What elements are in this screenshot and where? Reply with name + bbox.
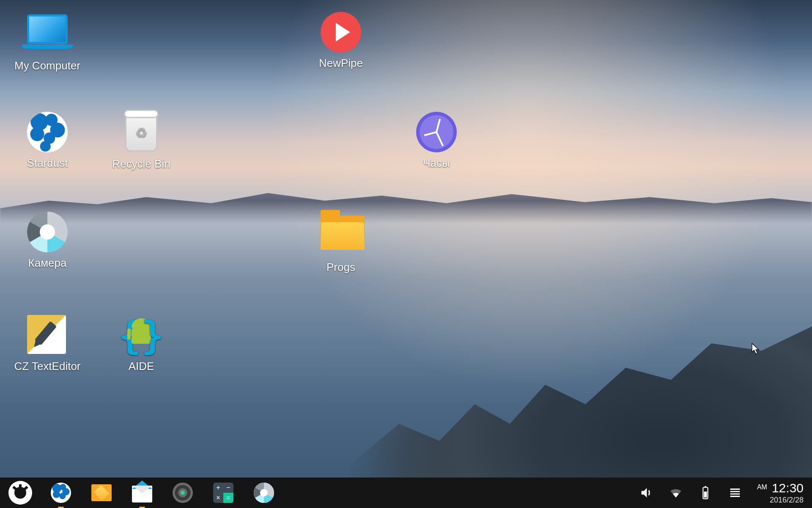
- clock-time: 12:30: [772, 480, 804, 496]
- volume-icon: [639, 486, 653, 500]
- desktop-icon-label: Часы: [394, 157, 479, 170]
- taskbar-pinned: +−×=: [8, 481, 276, 505]
- tray-wifi[interactable]: [668, 485, 683, 500]
- desktop-icon-cz-texteditor[interactable]: CZ TextEditor: [5, 315, 90, 373]
- taskbar-app-mail[interactable]: [130, 481, 154, 505]
- trash-icon: ♻: [121, 113, 162, 153]
- taskbar-app-settings[interactable]: [171, 481, 195, 505]
- tray-battery[interactable]: [698, 485, 713, 500]
- desktop-icon-aide[interactable]: {} AIDE: [99, 315, 184, 373]
- globe-icon: [51, 483, 71, 503]
- desktop-icon-clock[interactable]: Часы: [394, 112, 479, 170]
- clock-ampm: AM: [757, 483, 767, 491]
- text-editor-icon: [27, 315, 68, 356]
- desktop-icon-progs-folder[interactable]: Progs: [299, 212, 383, 274]
- desktop-icon-my-computer[interactable]: My Computer: [5, 12, 90, 72]
- desktop-icon-label: Recycle Bin: [99, 157, 184, 171]
- play-circle-icon: [321, 12, 361, 52]
- tray-volume[interactable]: [639, 485, 654, 500]
- svg-rect-1: [705, 486, 706, 487]
- desktop-icon-label: Progs: [299, 261, 383, 274]
- battery-icon: [701, 486, 710, 500]
- camera-aperture-icon: [254, 483, 274, 503]
- laptop-icon: [27, 14, 68, 55]
- desktop-icon-label: AIDE: [99, 360, 184, 373]
- mail-icon: [132, 486, 152, 502]
- calculator-icon: +−×=: [213, 483, 233, 503]
- globe-icon: [27, 112, 68, 152]
- taskbar-app-camera[interactable]: [252, 481, 276, 505]
- desktop-icon-camera[interactable]: Камера: [5, 212, 90, 270]
- system-tray: AM 12:30 2016/2/28: [639, 480, 804, 505]
- wifi-icon: [669, 486, 683, 500]
- files-icon: [91, 484, 112, 501]
- menu-lines-icon: [728, 486, 742, 500]
- start-button[interactable]: [8, 481, 32, 505]
- desktop-icon-label: Stardust: [5, 157, 90, 170]
- desktop-icon-label: NewPipe: [299, 57, 383, 70]
- desktop-icon-newpipe[interactable]: NewPipe: [299, 12, 383, 70]
- desktop-icon-recycle-bin[interactable]: ♻ Recycle Bin: [99, 112, 184, 171]
- svg-rect-2: [704, 491, 707, 497]
- taskbar-app-calculator[interactable]: +−×=: [211, 481, 235, 505]
- desktop[interactable]: My Computer NewPipe Stardust ♻ Recycle B…: [0, 0, 812, 478]
- clock-date: 2016/2/28: [770, 496, 804, 505]
- clock-icon: [416, 112, 457, 152]
- start-logo-icon: [8, 481, 32, 505]
- camera-aperture-icon: [27, 212, 68, 252]
- desktop-icon-label: Камера: [5, 257, 90, 270]
- taskbar-app-files[interactable]: [90, 481, 113, 505]
- desktop-icon-label: My Computer: [5, 59, 90, 72]
- desktop-icon-label: CZ TextEditor: [5, 360, 90, 373]
- desktop-icon-stardust[interactable]: Stardust: [5, 112, 90, 170]
- gear-icon: [173, 483, 193, 503]
- taskbar: +−×= AM 12:30 2016/2/28: [0, 478, 812, 508]
- taskbar-clock[interactable]: AM 12:30 2016/2/28: [757, 480, 804, 505]
- tray-menu[interactable]: [727, 485, 743, 500]
- cursor-arrow-icon: [751, 343, 760, 355]
- folder-icon: [321, 216, 361, 257]
- taskbar-app-stardust[interactable]: [49, 481, 73, 505]
- android-ide-icon: {}: [121, 315, 162, 356]
